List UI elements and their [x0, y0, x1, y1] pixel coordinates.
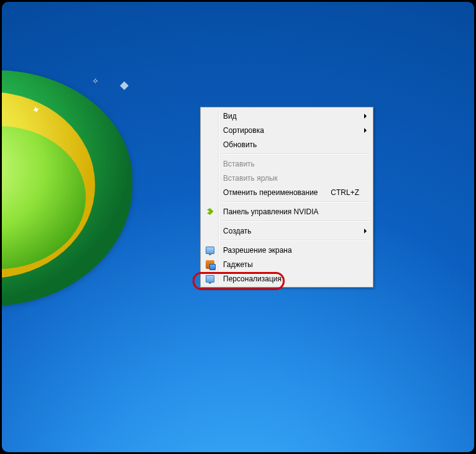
menu-label: Разрешение экрана — [223, 246, 292, 255]
menu-item-paste-shortcut: Вставить ярлык — [202, 171, 372, 185]
submenu-arrow-icon — [364, 229, 367, 234]
menu-item-nvidia[interactable]: Панель управления NVIDIA — [202, 204, 372, 219]
menu-separator — [221, 201, 370, 202]
submenu-arrow-icon — [364, 114, 367, 119]
menu-shortcut: CTRL+Z — [331, 188, 359, 197]
menu-item-sort[interactable]: Сортировка — [202, 123, 372, 137]
wallpaper-decoration — [2, 70, 132, 306]
menu-separator — [221, 220, 370, 222]
desktop-context-menu: Вид Сортировка Обновить Вставить Вставит… — [200, 107, 373, 288]
monitor-icon — [205, 245, 215, 255]
menu-label: Обновить — [223, 140, 257, 149]
menu-label: Вид — [223, 112, 237, 120]
menu-label: Отменить переименование — [223, 188, 318, 197]
menu-item-view[interactable]: Вид — [202, 109, 372, 123]
monitor-icon — [205, 274, 215, 284]
menu-item-undo-rename[interactable]: Отменить переименование CTRL+Z — [202, 185, 372, 199]
menu-item-gadgets[interactable]: Гаджеты — [202, 257, 372, 271]
menu-separator — [221, 153, 370, 155]
menu-separator — [221, 240, 370, 241]
menu-item-screen-resolution[interactable]: Разрешение экрана — [202, 243, 372, 257]
menu-label: Создать — [223, 227, 252, 235]
light-decoration: ✧ — [92, 76, 99, 86]
menu-label: Панель управления NVIDIA — [223, 207, 319, 216]
menu-label: Персонализация — [223, 275, 281, 283]
nvidia-icon — [205, 207, 215, 217]
menu-item-new[interactable]: Создать — [202, 224, 372, 238]
menu-label: Вставить ярлык — [223, 174, 278, 183]
menu-item-paste: Вставить — [202, 157, 372, 171]
menu-item-personalize[interactable]: Персонализация — [202, 271, 372, 286]
desktop-area[interactable]: ✦ ✧ Вид Сортировка Обновить Вставить Вст… — [2, 2, 474, 452]
menu-label: Сортировка — [223, 126, 264, 135]
menu-label: Гаджеты — [223, 260, 253, 269]
submenu-arrow-icon — [364, 128, 367, 133]
menu-label: Вставить — [223, 160, 255, 168]
menu-item-refresh[interactable]: Обновить — [202, 137, 372, 152]
gadget-icon — [205, 260, 215, 270]
